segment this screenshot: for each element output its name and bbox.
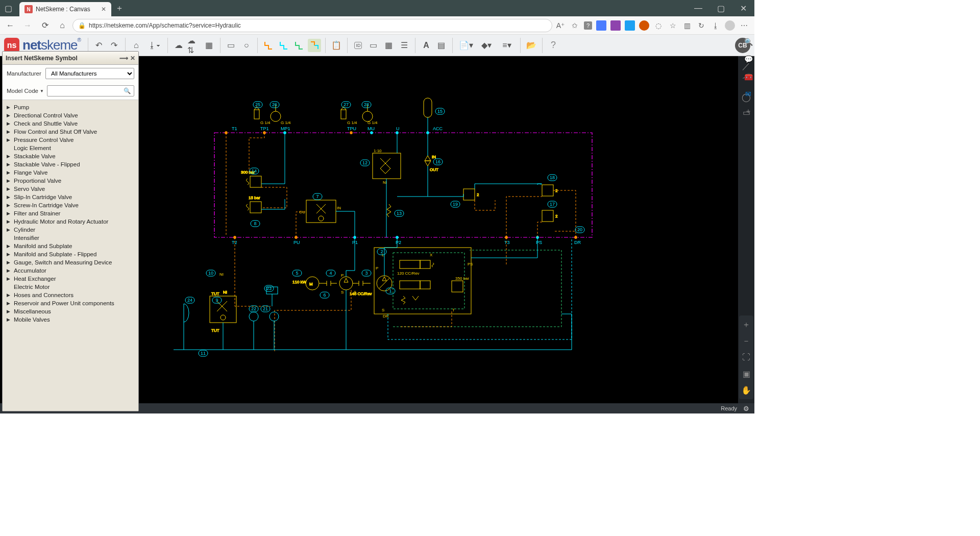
wire-green-button[interactable]	[292, 39, 306, 52]
id-tag-button[interactable]: ID	[352, 39, 365, 52]
category-item[interactable]: ▶Slip-In Cartridge Valve	[5, 193, 136, 201]
history-icon[interactable]: ↻	[696, 20, 706, 31]
wire-cyan-button[interactable]	[277, 39, 290, 52]
ext-help-icon[interactable]: ?	[584, 21, 592, 30]
category-item[interactable]: ▶Pump	[5, 103, 136, 111]
wire-orange-button[interactable]	[262, 39, 275, 52]
select-rect-button[interactable]: ▭	[225, 39, 238, 52]
category-item[interactable]: ▶Manifold and Subplate - Flipped	[5, 250, 136, 258]
category-item[interactable]: ▶Logic Element	[5, 144, 136, 152]
category-item[interactable]: ▶Screw-In Cartridge Valve	[5, 201, 136, 209]
category-item[interactable]: ▶Intensifier	[5, 234, 136, 242]
zoom-in-icon[interactable]: ＋	[740, 319, 752, 331]
pin-icon[interactable]: ⟿	[119, 55, 128, 62]
chevron-right-icon: ▶	[7, 113, 12, 118]
frame-button[interactable]: ▭	[367, 39, 380, 52]
modelcode-caret-icon[interactable]: ▼	[40, 89, 44, 93]
pan-icon[interactable]: ✋	[740, 384, 752, 396]
profile-avatar[interactable]	[725, 20, 735, 31]
category-item[interactable]: ▶Proportional Valve	[5, 177, 136, 185]
help-button[interactable]: ?	[547, 39, 560, 52]
favorites-bar-icon[interactable]: ☆	[668, 20, 678, 31]
settings-gear-icon[interactable]: ⚙	[743, 405, 749, 412]
download-button[interactable]: ⭳▾	[145, 39, 163, 52]
close-window-button[interactable]: ✕	[732, 0, 754, 16]
cloud-sync-button[interactable]: ☁⇅	[187, 39, 201, 52]
downloads-icon[interactable]: ⭳	[710, 20, 721, 31]
modelcode-search-input[interactable]: 🔍	[47, 85, 134, 96]
category-item[interactable]: ▶Accumulator	[5, 266, 136, 275]
table-button[interactable]: ▦	[382, 39, 396, 52]
tab-actions-button[interactable]: ▢	[0, 0, 16, 16]
undo-button[interactable]: ↶	[92, 39, 106, 52]
category-item[interactable]: ▶Flow Control and Shut Off Valve	[5, 128, 136, 136]
browser-tab[interactable]: N NetSkeme : Canvas ✕	[19, 2, 111, 16]
category-item[interactable]: ▶Hoses and Connectors	[5, 291, 136, 299]
url-field[interactable]: 🔒 https://netskeme.com/App/schematic?ser…	[72, 19, 552, 32]
collections-icon[interactable]: ▥	[682, 20, 692, 31]
manufacturer-select[interactable]: All Manufacturers	[45, 68, 134, 79]
category-item[interactable]: ▶Servo Valve	[5, 185, 136, 193]
minimize-button[interactable]: —	[687, 0, 709, 16]
edge-tools-icon[interactable]: 🧰	[743, 71, 753, 82]
chevron-right-icon: ▶	[7, 170, 12, 175]
manufacturer-row: Manufacturer All Manufacturers	[3, 65, 138, 82]
category-item[interactable]: ▶Directional Control Valve	[5, 111, 136, 119]
edge-search-icon[interactable]: 🔍	[743, 37, 753, 47]
fill-button[interactable]: ◆▾	[477, 39, 496, 52]
category-item[interactable]: ▶Mobile Valves	[5, 315, 136, 324]
clipboard-button[interactable]: 📋	[330, 39, 343, 52]
category-item[interactable]: ▶Hydraulic Motor and Rotary Actuator	[5, 217, 136, 226]
linestyle-button[interactable]: ≡▾	[498, 39, 516, 52]
home-button[interactable]: ⌂	[55, 18, 69, 33]
category-item[interactable]: ▶Flange Valve	[5, 168, 136, 177]
category-item[interactable]: ▶Electric Motor	[5, 283, 136, 291]
cloud-save-button[interactable]: ☁	[172, 39, 185, 52]
category-item[interactable]: ▶Check and Shuttle Valve	[5, 119, 136, 128]
category-item[interactable]: ▶Heat Exchanger	[5, 275, 136, 283]
wire-multi-button[interactable]	[308, 39, 321, 52]
edge-chat-icon[interactable]: 💬	[743, 54, 753, 64]
layers-button[interactable]: 📄▾	[457, 39, 475, 52]
home-icon-button[interactable]: ⌂	[130, 39, 143, 52]
forward-button[interactable]: →	[20, 18, 35, 33]
redo-button[interactable]: ↷	[108, 39, 121, 52]
ext-icon-3[interactable]	[625, 20, 635, 31]
refresh-button[interactable]: ⟳	[38, 18, 52, 33]
svg-text:11: 11	[201, 351, 206, 356]
select-node-button[interactable]: ○	[240, 39, 253, 52]
ext-icon-5[interactable]: ◌	[653, 20, 664, 31]
form-button[interactable]: ☰	[398, 39, 411, 52]
category-item[interactable]: ▶Manifold and Subplate	[5, 242, 136, 250]
edge-add-icon[interactable]: ＋	[743, 106, 753, 116]
grid-button[interactable]: ▦	[203, 39, 216, 52]
category-item[interactable]: ▶Stackable Valve - Flipped	[5, 160, 136, 168]
edge-outlook-icon[interactable]: ✉	[743, 89, 753, 99]
category-item[interactable]: ▶Cylinder	[5, 226, 136, 234]
maximize-button[interactable]: ▢	[709, 0, 732, 16]
category-item[interactable]: ▶Miscellaneous	[5, 307, 136, 315]
text-button[interactable]: A	[420, 39, 433, 52]
new-tab-button[interactable]: ＋	[111, 0, 128, 16]
category-item[interactable]: ▶Filter and Strainer	[5, 209, 136, 217]
favorite-icon[interactable]: ✩	[570, 20, 580, 31]
reader-icon[interactable]: A⁺	[555, 20, 566, 31]
category-item[interactable]: ▶Reservoir and Power Unit components	[5, 299, 136, 307]
zoom-window-icon[interactable]: ▣	[740, 368, 752, 380]
panel-title-bar[interactable]: Insert NetSkeme Symbol ⟿ ✕	[3, 52, 138, 65]
back-button[interactable]: ←	[3, 18, 17, 33]
category-item[interactable]: ▶Stackable Valve	[5, 152, 136, 160]
close-panel-icon[interactable]: ✕	[130, 55, 135, 62]
ext-icon-4[interactable]	[639, 20, 649, 31]
category-item[interactable]: ▶Pressure Control Valve	[5, 136, 136, 144]
ext-icon-2[interactable]	[610, 20, 621, 31]
svg-text:MP1: MP1	[281, 126, 290, 131]
folder-open-button[interactable]: 📂	[525, 39, 538, 52]
category-item[interactable]: ▶Gauge, Switch and Measuring Device	[5, 258, 136, 266]
more-menu-icon[interactable]: ⋯	[739, 20, 749, 31]
ext-icon-1[interactable]	[596, 20, 606, 31]
zoom-out-icon[interactable]: －	[740, 335, 752, 347]
zoom-fit-icon[interactable]: ⛶	[740, 351, 752, 363]
spreadsheet-button[interactable]: ▤	[435, 39, 448, 52]
close-tab-icon[interactable]: ✕	[101, 6, 106, 13]
